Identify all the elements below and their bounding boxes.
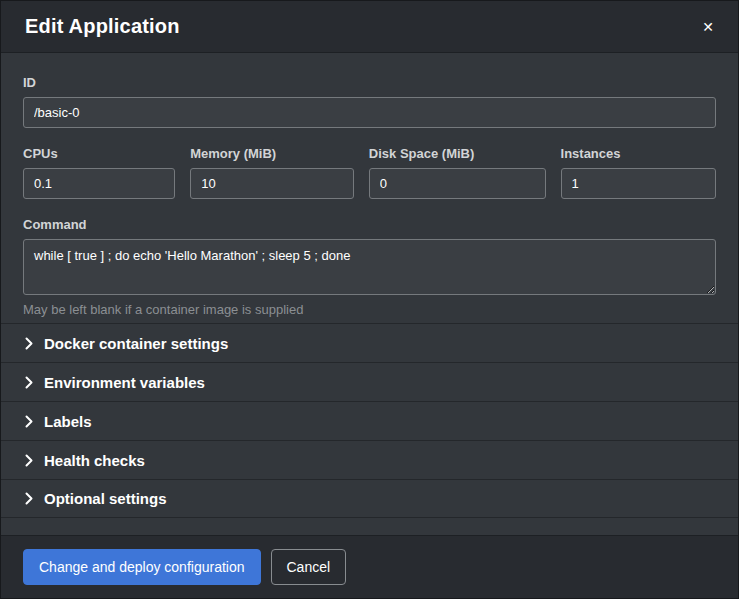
section-environment-variables[interactable]: Environment variables <box>1 362 738 401</box>
chevron-right-icon <box>25 337 33 350</box>
section-label: Labels <box>44 413 92 430</box>
application-form: ID CPUs Memory (MiB) Disk Space (MiB) In… <box>1 53 738 323</box>
cpus-label: CPUs <box>23 146 175 161</box>
instances-label: Instances <box>561 146 716 161</box>
memory-field-group: Memory (MiB) <box>190 146 354 199</box>
collapsible-sections: Docker container settings Environment va… <box>1 323 738 518</box>
edit-application-modal: Edit Application ✕ ID CPUs Memory (MiB) … <box>0 0 739 599</box>
instances-field-group: Instances <box>561 146 716 199</box>
instances-input[interactable] <box>561 168 716 199</box>
command-label: Command <box>23 217 716 232</box>
modal-title: Edit Application <box>25 15 180 38</box>
section-health-checks[interactable]: Health checks <box>1 440 738 479</box>
close-icon: ✕ <box>702 19 714 35</box>
disk-field-group: Disk Space (MiB) <box>369 146 546 199</box>
close-button[interactable]: ✕ <box>700 16 716 38</box>
command-textarea[interactable]: while [ true ] ; do echo 'Hello Marathon… <box>23 239 716 295</box>
disk-input[interactable] <box>369 168 546 199</box>
change-and-deploy-button[interactable]: Change and deploy configuration <box>23 549 261 585</box>
section-optional-settings[interactable]: Optional settings <box>1 479 738 518</box>
command-field-group: Command while [ true ] ; do echo 'Hello … <box>23 217 716 317</box>
cpus-field-group: CPUs <box>23 146 175 199</box>
chevron-right-icon <box>25 454 33 467</box>
cancel-button[interactable]: Cancel <box>271 549 347 585</box>
memory-label: Memory (MiB) <box>190 146 354 161</box>
modal-header: Edit Application ✕ <box>1 1 738 53</box>
chevron-right-icon <box>25 376 33 389</box>
command-help-text: May be left blank if a container image i… <box>23 302 716 317</box>
modal-footer: Change and deploy configuration Cancel <box>1 535 738 598</box>
id-input[interactable] <box>23 97 716 128</box>
section-label: Environment variables <box>44 374 205 391</box>
memory-input[interactable] <box>190 168 354 199</box>
section-docker-container-settings[interactable]: Docker container settings <box>1 323 738 362</box>
section-labels[interactable]: Labels <box>1 401 738 440</box>
chevron-right-icon <box>25 492 33 505</box>
cpus-input[interactable] <box>23 168 175 199</box>
id-field-group: ID <box>23 75 716 128</box>
resources-row: CPUs Memory (MiB) Disk Space (MiB) Insta… <box>23 146 716 199</box>
section-label: Optional settings <box>44 490 167 507</box>
section-label: Docker container settings <box>44 335 228 352</box>
section-label: Health checks <box>44 452 145 469</box>
id-label: ID <box>23 75 716 90</box>
chevron-right-icon <box>25 415 33 428</box>
disk-label: Disk Space (MiB) <box>369 146 546 161</box>
